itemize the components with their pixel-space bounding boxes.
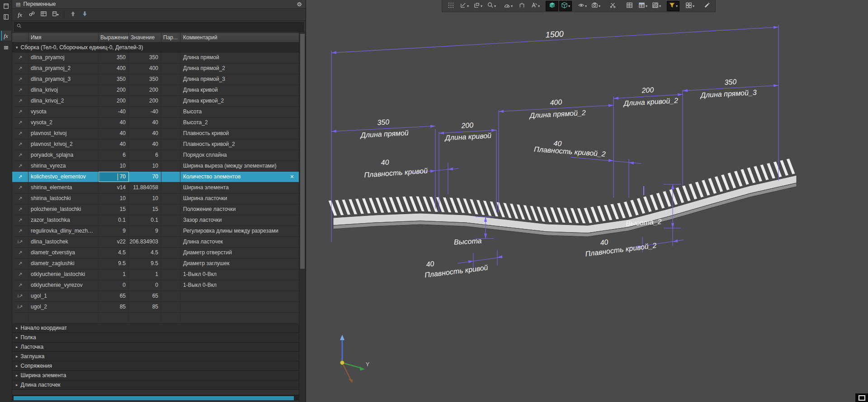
row-variable-icon[interactable]: ↗ — [12, 182, 28, 193]
dim-height1-label[interactable]: Высота — [454, 237, 482, 246]
cell-value[interactable]: 350 — [129, 52, 161, 63]
cell-comment[interactable]: Ширина выреза (между элементами) — [180, 161, 299, 171]
search-input[interactable] — [24, 23, 303, 30]
dim-smooth2-bottom-value[interactable]: 40 — [599, 238, 609, 247]
dim-straight2-value[interactable]: 400 — [550, 98, 562, 106]
variables-table-button[interactable] — [38, 9, 48, 19]
cell-comment[interactable]: Высота_2 — [180, 117, 299, 128]
cell-value[interactable]: 6 — [129, 150, 161, 160]
cell-parameter[interactable] — [161, 291, 180, 301]
calipers-button[interactable] — [515, 1, 528, 11]
column-header-name[interactable]: Имя — [28, 33, 99, 42]
dim-smooth2-bottom-label[interactable]: Плавность кривой_2 — [585, 241, 657, 257]
cell-expression[interactable]: 85 — [99, 302, 129, 312]
cell-expression[interactable]: 40 — [99, 139, 129, 150]
row-variable-icon[interactable]: ↗ — [12, 172, 28, 182]
cell-value[interactable]: 206.834903 — [129, 237, 161, 247]
cell-name[interactable]: diametr_zaglushki — [28, 258, 99, 269]
group-header-assembly[interactable]: ▾ Сборка (Тел-0, Сборочных единиц-0, Дет… — [12, 42, 299, 52]
move-up-button[interactable] — [68, 9, 78, 19]
cell-expression[interactable]: 70 — [99, 172, 129, 182]
row-variable-icon[interactable]: ↗ — [12, 85, 28, 95]
table-row[interactable]: ↗vysota_24040Высота_2 — [12, 117, 299, 128]
row-variable-icon[interactable]: ↗ — [12, 161, 28, 171]
cell-value[interactable]: 65 — [129, 291, 161, 301]
chevron-down-icon[interactable]: ▾ — [538, 4, 540, 8]
snap-grid-button[interactable] — [444, 1, 457, 11]
dim-curve1-value[interactable]: 200 — [461, 121, 474, 129]
cell-value[interactable]: 11.884058 — [129, 182, 161, 193]
cell-expression[interactable]: 350 — [99, 52, 129, 63]
cell-comment[interactable]: 1-Выкл 0-Вкл — [180, 280, 299, 290]
cell-value[interactable]: 4.5 — [129, 248, 161, 258]
cell-expression[interactable]: 40 — [99, 117, 129, 128]
cell-name[interactable]: otklyuchenie_lastochki — [28, 269, 99, 280]
fx-button[interactable]: fx — [15, 9, 25, 19]
cell-expression[interactable]: v22 — [99, 237, 129, 247]
column-header-parameter[interactable]: Пар... — [161, 33, 180, 42]
table-row[interactable]: ↗zazor_lastochka0.10.1Зазор ласточки — [12, 215, 299, 226]
row-variable-icon[interactable]: ↗ — [12, 128, 28, 139]
cell-parameter[interactable] — [161, 248, 180, 258]
cell-parameter[interactable] — [161, 63, 180, 74]
cell-expression[interactable]: 200 — [99, 85, 129, 95]
cell-value[interactable]: 10 — [129, 161, 161, 171]
table-row[interactable]: ↗shirina_elementav1411.884058Ширина элем… — [12, 182, 299, 193]
vertical-scrollbar-thumb[interactable] — [300, 34, 305, 269]
cell-value[interactable]: 70 — [129, 172, 161, 182]
cell-name[interactable]: kolichestvo_elementov — [28, 172, 99, 182]
zoom-button[interactable]: ▾ — [485, 1, 498, 11]
cell-parameter[interactable] — [161, 117, 180, 128]
cell-expression[interactable]: 1 — [99, 269, 129, 280]
settings-gear-icon[interactable]: ⚙ — [297, 1, 302, 8]
cell-expression[interactable]: 0 — [99, 280, 129, 290]
cell-comment[interactable]: Высота — [180, 107, 299, 117]
workplane-2-button[interactable]: ▾ — [472, 1, 484, 11]
cell-parameter[interactable] — [161, 96, 180, 106]
cell-comment[interactable]: Длина прямой — [180, 52, 299, 63]
dim-curve1-label[interactable]: Длина кривой — [444, 131, 491, 141]
chevron-down-icon[interactable]: ▾ — [693, 4, 694, 8]
export-table-button[interactable] — [50, 9, 60, 19]
cell-parameter[interactable] — [161, 182, 180, 193]
group-header[interactable]: ▸Заглушка — [12, 352, 299, 361]
cell-name[interactable]: poryadok_splajna — [28, 150, 99, 160]
cell-expression[interactable]: -40 — [99, 107, 129, 117]
cell-comment[interactable] — [180, 302, 299, 312]
cell-expression[interactable] — [99, 313, 129, 323]
cell-name[interactable]: polozhenie_lastochki — [28, 204, 99, 215]
chevron-down-icon[interactable]: ▾ — [481, 4, 482, 8]
chevron-down-icon[interactable]: ▾ — [585, 4, 587, 8]
dim-straight3-label[interactable]: Длина прямой_3 — [699, 89, 757, 99]
row-variable-icon[interactable]: ↗ — [12, 258, 28, 269]
table-row[interactable]: ↗otklyuchenie_lastochki111-Выкл 0-Вкл — [12, 269, 299, 280]
dim-smooth1-top-value[interactable]: 40 — [381, 158, 389, 166]
dim-straight1-label[interactable]: Длина прямой — [359, 129, 409, 139]
cell-expression[interactable]: 200 — [99, 96, 129, 106]
table-row-empty[interactable] — [12, 313, 299, 323]
table-row[interactable]: i↗ugol_16565 — [12, 291, 299, 302]
cell-parameter[interactable] — [161, 215, 180, 225]
group-header[interactable]: ▸Ширина элемента — [12, 371, 299, 380]
dim-straight1-value[interactable]: 350 — [377, 118, 390, 126]
cell-parameter[interactable] — [161, 269, 180, 280]
dim-smooth1-top-label[interactable]: Плавность кривой — [364, 167, 428, 179]
row-variable-icon[interactable]: ↗ — [12, 107, 28, 117]
table-row[interactable]: ↗plavnost_krivoj4040Плавность кривой — [12, 128, 299, 139]
annotation-button[interactable]: ▾ — [529, 1, 542, 11]
cell-parameter[interactable] — [161, 193, 180, 204]
cell-comment[interactable]: Плавность кривой — [180, 128, 299, 139]
cell-expression[interactable]: 9.5 — [99, 258, 129, 269]
cell-comment[interactable]: Плавность кривой_2 — [180, 139, 299, 150]
cell-value[interactable]: 1 — [129, 269, 161, 280]
cell-name[interactable]: regulirovka_dliny_mezh… — [28, 226, 99, 236]
cell-comment[interactable]: Диаметр заглушек — [180, 258, 299, 269]
cell-expression[interactable]: 10 — [99, 161, 129, 171]
cell-expression[interactable]: 4.5 — [99, 248, 129, 258]
dim-smooth2-top-label[interactable]: Плавность кривой_2 — [534, 145, 606, 158]
row-variable-icon[interactable]: ↗ — [12, 280, 28, 290]
cell-name[interactable]: otklyuchenie_vyrezov — [28, 280, 99, 290]
cell-name[interactable]: dlina_krivoj_2 — [28, 96, 99, 106]
close-icon[interactable]: × — [290, 172, 294, 182]
cell-value[interactable]: 15 — [129, 204, 161, 215]
